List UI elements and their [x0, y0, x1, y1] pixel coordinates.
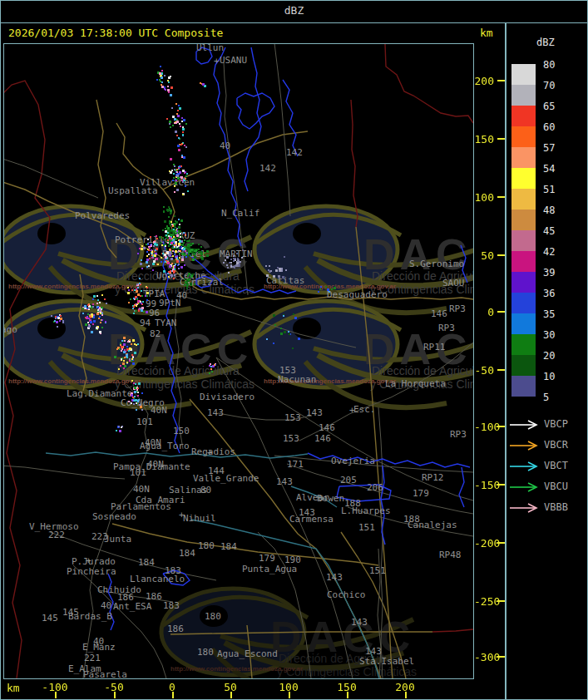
colorbar-block — [511, 293, 536, 313]
legend-arrow-label: VBCT — [544, 460, 568, 471]
legend-title: dBZ — [536, 37, 555, 48]
colorbar-block — [511, 106, 536, 126]
legend-arrow-row: VBCR — [508, 439, 541, 454]
right-axis-tick — [497, 311, 505, 313]
colorbar-label: 70 — [543, 80, 568, 91]
colorbar-label: 57 — [543, 142, 568, 154]
right-axis: 200150100500-50-100-150-200-250-300 — [474, 43, 505, 679]
vbcr-arrow-icon — [508, 440, 541, 451]
colorbar-label: 10 — [543, 371, 568, 382]
bottom-axis-tick — [114, 692, 116, 698]
right-axis-tick — [497, 254, 505, 256]
colorbar-block — [511, 168, 536, 189]
right-axis-label: 100 — [474, 191, 494, 204]
colorbar-block — [511, 334, 536, 355]
right-axis-label: -150 — [474, 479, 494, 491]
colorbar-label: 80 — [543, 59, 568, 71]
vbbb-arrow-icon — [508, 502, 541, 514]
legend-arrow-label: VBCR — [544, 439, 568, 451]
bottom-axis-tick — [347, 692, 348, 698]
colorbar-block — [511, 313, 536, 334]
colorbar-block — [511, 210, 536, 230]
right-axis-label: -100 — [474, 421, 494, 433]
bottom-axis-tick — [405, 692, 407, 698]
right-axis-tick — [497, 196, 505, 198]
vbct-arrow-icon — [508, 461, 541, 472]
km-unit-bottom: km — [7, 682, 20, 694]
colorbar-label: 30 — [543, 329, 568, 341]
right-axis-tick — [497, 656, 505, 658]
colorbar-label: 35 — [543, 308, 568, 320]
colorbar-label: 45 — [543, 225, 568, 237]
colorbar-block — [511, 355, 536, 376]
legend-arrow-row: VBCP — [508, 418, 541, 433]
legend-panel: dBZ 807065605754514845423936353020105 VB… — [506, 23, 588, 699]
legend-arrow-label: VBBB — [544, 501, 568, 513]
colorbar-block — [511, 126, 536, 147]
colorbar-label: 65 — [543, 101, 568, 112]
right-axis-tick — [497, 484, 505, 486]
panel-divider — [505, 23, 506, 699]
colorbar-block — [511, 251, 536, 272]
colorbar-label: 39 — [543, 267, 568, 279]
vbcu-arrow-icon — [508, 481, 541, 493]
colorbar-block — [511, 272, 536, 293]
right-axis-tick — [497, 426, 505, 427]
right-axis-label: 150 — [474, 133, 494, 145]
legend-arrow-label: VBCP — [544, 418, 568, 430]
right-axis-label: -250 — [474, 595, 494, 608]
right-axis-tick — [497, 600, 505, 602]
colorbar-block — [511, 230, 536, 251]
colorbar-label: 48 — [543, 205, 568, 216]
colorbar-block — [511, 85, 536, 106]
legend-arrow-label: VBCU — [544, 481, 568, 492]
right-axis-tick — [497, 80, 505, 81]
colorbar-label: 54 — [543, 163, 568, 175]
colorbar-label: 42 — [543, 246, 568, 258]
right-axis-label: 200 — [474, 75, 494, 87]
right-axis-label: -50 — [474, 364, 494, 377]
bottom-axis-tick — [230, 692, 232, 698]
vbcp-arrow-icon — [508, 419, 541, 431]
legend-arrow-row: VBCT — [508, 460, 541, 475]
legend-arrow-row: VBCU — [508, 481, 541, 495]
colorbar-label: 51 — [543, 184, 568, 195]
colorbar-block — [511, 376, 536, 397]
colorbar-label: 20 — [543, 350, 568, 362]
right-axis-label: -200 — [474, 537, 494, 550]
bottom-axis-tick — [289, 692, 290, 698]
colorbar-block — [511, 189, 536, 210]
colorbar-block — [511, 64, 536, 85]
colorbar-label: 60 — [543, 121, 568, 133]
right-axis-tick — [497, 542, 505, 544]
right-axis-tick — [497, 369, 505, 371]
colorbar-block — [511, 147, 536, 168]
right-axis-label: 50 — [474, 249, 494, 262]
colorbar-label: 36 — [543, 288, 568, 299]
legend-arrow-row: VBBB — [508, 501, 541, 516]
right-axis-label: -300 — [474, 651, 494, 663]
bottom-axis-tick — [172, 692, 174, 698]
bottom-axis: km -100-50050100150200 — [0, 679, 505, 700]
bottom-axis-tick — [55, 692, 57, 698]
colorbar-label: 5 — [543, 392, 568, 403]
right-axis-tick — [497, 138, 505, 140]
right-axis-label: 0 — [474, 306, 494, 318]
